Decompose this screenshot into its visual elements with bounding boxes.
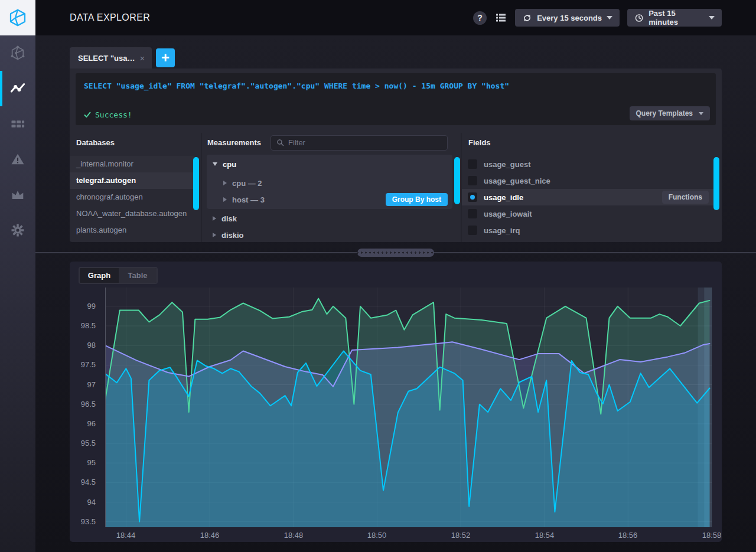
checkbox-unchecked[interactable] xyxy=(468,176,477,185)
checkbox-unchecked[interactable] xyxy=(468,226,477,235)
field-item[interactable]: usage_guest xyxy=(462,156,715,172)
y-tick-label: 94.5 xyxy=(81,478,96,487)
measurement-item[interactable]: disk xyxy=(207,210,452,227)
field-item[interactable]: usage_irq xyxy=(462,222,715,239)
y-tick-label: 97 xyxy=(87,380,96,390)
y-tick-label: 97.5 xyxy=(81,360,96,370)
fields-header: Fields xyxy=(461,133,722,152)
measurement-item-expanded[interactable]: cpu xyxy=(207,156,452,172)
caret-right-icon xyxy=(223,181,227,185)
group-by-host-button[interactable]: Group By host xyxy=(386,193,448,206)
tab-graph[interactable]: Graph xyxy=(80,268,119,283)
query-builder-panel: SELECT "usage_idle" FROM "telegraf"."aut… xyxy=(70,68,722,242)
y-tick-label: 98.5 xyxy=(81,321,96,331)
x-axis-labels: 18:4418:4618:4818:5018:5218:5418:5618:58 xyxy=(70,531,722,540)
database-item[interactable]: plants.autogen xyxy=(70,222,194,239)
y-tick-label: 94 xyxy=(87,498,96,507)
field-label: usage_iowait xyxy=(484,210,532,218)
measurement-item[interactable]: diskio xyxy=(207,227,452,242)
query-status: Success! xyxy=(84,110,132,119)
query-tab[interactable]: SELECT "usa… × xyxy=(70,47,152,68)
measurement-group-cpu: cpu cpu — 2 host — 3 Group By host xyxy=(207,155,452,209)
tag-key-item[interactable]: cpu — 2 xyxy=(207,175,452,191)
y-tick-label: 99 xyxy=(87,302,96,311)
x-tick-label: 18:48 xyxy=(276,531,311,540)
y-tick-label: 96 xyxy=(87,419,96,429)
autorefresh-dropdown[interactable]: Every 15 seconds xyxy=(515,9,620,27)
graph-panel: Graph Table 9998.59897.59796.59695.59594… xyxy=(70,262,722,542)
add-query-button[interactable]: + xyxy=(156,48,175,67)
functions-button[interactable]: Functions xyxy=(662,191,709,204)
tag-key-name: host — 3 xyxy=(232,195,265,204)
database-item[interactable]: _internal.monitor xyxy=(70,156,194,172)
measurements-scrollbar[interactable] xyxy=(454,157,460,204)
close-icon[interactable]: × xyxy=(139,53,145,63)
chevron-down-icon xyxy=(709,16,715,19)
check-icon xyxy=(84,112,91,118)
sidebar-item-data-explorer[interactable] xyxy=(0,71,35,106)
timerange-label: Past 15 minutes xyxy=(649,9,704,27)
databases-header: Databases xyxy=(70,138,201,147)
x-tick-label: 18:44 xyxy=(108,531,144,540)
checkbox-checked[interactable] xyxy=(468,192,477,202)
graph-list-icon[interactable] xyxy=(494,11,507,24)
query-tab-label: SELECT "usa… xyxy=(78,54,135,63)
field-label: usage_irq xyxy=(484,226,520,235)
field-label: usage_idle xyxy=(484,193,523,202)
sidebar-item-dashboards[interactable] xyxy=(0,106,35,142)
query-editor[interactable]: SELECT "usage_idle" FROM "telegraf"."aut… xyxy=(76,73,716,125)
gear-icon xyxy=(9,222,26,239)
hosts-icon xyxy=(9,45,26,61)
query-templates-dropdown[interactable]: Query Templates xyxy=(630,106,710,120)
measurement-name: disk xyxy=(221,214,237,223)
database-item[interactable]: NOAA_water_database.autogen xyxy=(70,205,194,222)
x-tick-label: 18:52 xyxy=(443,531,478,540)
field-item[interactable]: usage_iowait xyxy=(462,205,715,222)
checkbox-unchecked[interactable] xyxy=(468,159,477,169)
field-label: usage_guest_nice xyxy=(484,177,550,185)
search-icon xyxy=(276,139,284,146)
filter-placeholder: Filter xyxy=(288,138,305,147)
y-tick-label: 98 xyxy=(87,341,96,350)
navbar-controls: ? Every 15 seconds xyxy=(473,0,722,35)
timeseries-chart[interactable] xyxy=(105,288,712,527)
clock-icon xyxy=(634,13,644,23)
view-toggle: Graph Table xyxy=(79,267,158,284)
dashboards-icon xyxy=(9,116,26,132)
query-templates-label: Query Templates xyxy=(636,109,693,117)
sidebar-item-alerts[interactable] xyxy=(0,142,35,177)
tab-table[interactable]: Table xyxy=(119,268,157,283)
tag-key-item[interactable]: host — 3 Group By host xyxy=(207,191,452,208)
databases-scrollbar[interactable] xyxy=(193,157,199,210)
fields-list: usage_guest usage_guest_nice usage_idle … xyxy=(461,152,722,242)
resize-handle[interactable] xyxy=(357,249,434,257)
checkbox-unchecked[interactable] xyxy=(468,209,477,218)
help-button[interactable]: ? xyxy=(473,11,487,25)
measurements-header: Measurements Filter xyxy=(201,133,461,152)
alert-triangle-icon xyxy=(9,151,26,168)
measurements-filter-input[interactable]: Filter xyxy=(271,135,448,151)
sidebar-item-settings[interactable] xyxy=(0,213,35,248)
measurement-name: cpu xyxy=(223,160,236,169)
field-item[interactable]: usage_guest_nice xyxy=(462,172,715,189)
measurement-name: diskio xyxy=(221,231,244,240)
databases-list: _internal.monitor telegraf.autogen chron… xyxy=(70,152,201,242)
y-tick-label: 95.5 xyxy=(81,439,96,448)
sidebar-item-hosts[interactable] xyxy=(0,35,35,71)
sidebar xyxy=(0,0,35,552)
field-item-selected[interactable]: usage_idle Functions xyxy=(462,189,715,205)
query-text[interactable]: SELECT "usage_idle" FROM "telegraf"."aut… xyxy=(84,81,708,90)
x-tick-label: 18:54 xyxy=(527,531,562,540)
refresh-icon xyxy=(522,13,532,23)
timerange-dropdown[interactable]: Past 15 minutes xyxy=(627,9,722,27)
y-tick-label: 96.5 xyxy=(81,400,96,409)
chevron-down-icon xyxy=(607,16,612,19)
caret-right-icon xyxy=(213,233,216,237)
x-tick-label: 18:58 xyxy=(694,531,729,540)
database-item-selected[interactable]: telegraf.autogen xyxy=(70,172,194,189)
sidebar-item-admin[interactable] xyxy=(0,177,35,213)
database-item[interactable]: chronograf.autogen xyxy=(70,189,194,205)
caret-right-icon xyxy=(223,197,227,202)
chronograf-logo[interactable] xyxy=(0,0,35,35)
fields-scrollbar[interactable] xyxy=(713,157,719,210)
